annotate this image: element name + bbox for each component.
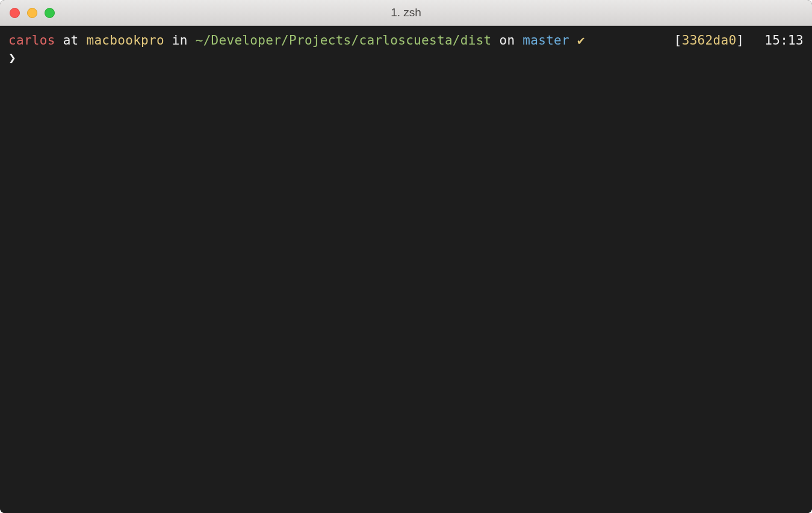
prompt-caret-icon: ❯ bbox=[8, 49, 16, 67]
prompt-right: [3362da0]15:13 bbox=[674, 32, 804, 49]
titlebar[interactable]: 1. zsh bbox=[0, 0, 812, 26]
bracket-close: ] bbox=[736, 33, 744, 48]
prompt-line: carlos at macbookpro in ~/Developer/Proj… bbox=[8, 32, 804, 49]
prompt-left: carlos at macbookpro in ~/Developer/Proj… bbox=[8, 32, 585, 49]
prompt-branch: master bbox=[522, 33, 569, 48]
minimize-icon[interactable] bbox=[27, 8, 37, 18]
prompt-host: macbookpro bbox=[86, 33, 164, 48]
bracket-open: [ bbox=[674, 33, 682, 48]
terminal-body[interactable]: carlos at macbookpro in ~/Developer/Proj… bbox=[0, 26, 812, 513]
prompt-sep-in: in bbox=[172, 33, 188, 48]
prompt-commit-hash: 3362da0 bbox=[682, 33, 737, 48]
prompt-sep-at: at bbox=[63, 33, 79, 48]
traffic-lights bbox=[0, 8, 55, 18]
command-line[interactable]: ❯ bbox=[8, 49, 804, 67]
prompt-sep-on: on bbox=[500, 33, 515, 48]
maximize-icon[interactable] bbox=[45, 8, 55, 18]
terminal-window: 1. zsh carlos at macbookpro in ~/Develop… bbox=[0, 0, 812, 513]
git-clean-check-icon: ✔ bbox=[577, 33, 585, 48]
close-icon[interactable] bbox=[10, 8, 20, 18]
prompt-path: ~/Developer/Projects/carloscuesta/dist bbox=[196, 33, 492, 48]
window-title: 1. zsh bbox=[0, 6, 812, 19]
command-input[interactable] bbox=[21, 51, 804, 65]
prompt-time: 15:13 bbox=[764, 33, 804, 48]
prompt-user: carlos bbox=[8, 33, 55, 48]
